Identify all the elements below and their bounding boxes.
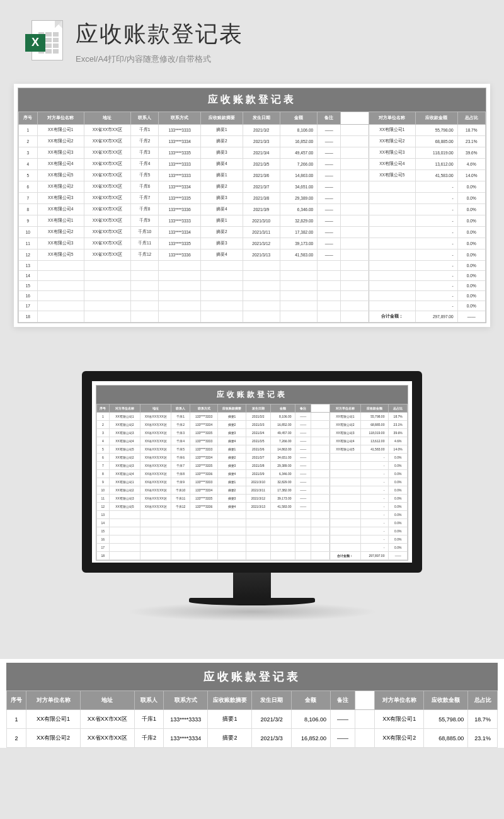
table-row: 1XX有限公司1XX省XX市XX区千库1133****3333摘要12021/3…	[97, 413, 408, 421]
table-row: 17-0.0%	[97, 544, 408, 552]
table-row: 13-0.0%	[19, 261, 486, 271]
spreadsheet-table: 序号对方单位名称地址联系人联系方式应收账款摘要发生日期金额备注对方单位名称应收款…	[18, 112, 486, 323]
table-row: 10XX有限公司2XX省XX市XX区千库10133****3334摘要22021…	[97, 486, 408, 495]
table-row: 6XX有限公司2XX省XX市XX区千库6133****3334摘要22021/3…	[97, 454, 408, 462]
table-row: 12XX有限公司5XX省XX市XX区千库12133****3336摘要42021…	[19, 249, 486, 261]
table-row: 11XX有限公司3XX省XX市XX区千库11133****3335摘要32021…	[97, 495, 408, 503]
table-row: 11XX有限公司3XX省XX市XX区千库11133****3335摘要32021…	[19, 238, 486, 249]
table-row: 8XX有限公司4XX省XX市XX区千库8133****3336摘要42021/3…	[97, 470, 408, 478]
table-row: 17-0.0%	[19, 301, 486, 311]
x-badge: X	[25, 34, 45, 52]
col-header: 地址	[80, 691, 134, 710]
col-header: 对方单位名称	[37, 112, 84, 125]
monitor-sheet-title: 应收账款登记表	[96, 386, 408, 404]
table-row: 9XX有限公司1XX省XX市XX区千库9133****3333摘要12021/3…	[97, 478, 408, 486]
table-row: 2XX有限公司2XX省XX市XX区千库2133****3334摘要22021/3…	[97, 421, 408, 429]
col-header: 金额	[291, 691, 330, 710]
monitor-table: 序号对方单位名称地址联系人联系方式应收账款摘要发生日期金额备注对方单位名称应收款…	[96, 404, 408, 560]
col-header: 地址	[140, 404, 171, 413]
table-row: 10XX有限公司2XX省XX市XX区千库10133****3334摘要22021…	[19, 227, 486, 238]
col-header: 联系人	[171, 404, 190, 413]
col-header: 联系方式	[159, 112, 201, 125]
page-header: X 应收账款登记表 Excel/A4打印/内容随意修改/自带格式	[0, 0, 504, 77]
col-header: 发生日期	[246, 404, 270, 413]
col-header: 联系人	[134, 691, 164, 710]
col-header: 应收账款摘要	[218, 404, 246, 413]
col-header: 应收款金额	[424, 691, 468, 710]
template-preview: 应收账款登记表 序号对方单位名称地址联系人联系方式应收账款摘要发生日期金额备注对…	[14, 84, 490, 327]
col-header: 备注	[318, 112, 341, 125]
table-row: 2XX有限公司2XX省XX市XX区千库2133****3334摘要22021/3…	[19, 136, 486, 147]
col-header: 应收账款摘要	[208, 691, 252, 710]
table-row: 13-0.0%	[97, 511, 408, 519]
page-subtitle: Excel/A4打印/内容随意修改/自带格式	[76, 54, 243, 65]
table-row: 8XX有限公司4XX省XX市XX区千库8133****3336摘要42021/3…	[19, 204, 486, 215]
table-row: 1XX有限公司1XX省XX市XX区千库1133****3333摘要12021/3…	[7, 710, 498, 729]
footer-row: 18合计金额：297,897.00——	[19, 311, 486, 323]
col-header: 序号	[7, 691, 26, 710]
table-row: 3XX有限公司3XX省XX市XX区千库3133****3335摘要32021/3…	[19, 147, 486, 159]
table-row: 12XX有限公司5XX省XX市XX区千库12133****3336摘要42021…	[97, 503, 408, 511]
col-header: 金额	[271, 404, 295, 413]
col-header: 联系人	[130, 112, 158, 125]
table-row: 6XX有限公司2XX省XX市XX区千库6133****3334摘要22021/3…	[19, 181, 486, 193]
strip-table: 序号对方单位名称地址联系人联系方式应收账款摘要发生日期金额备注对方单位名称应收款…	[6, 690, 498, 748]
col-header: 应收账款摘要	[200, 112, 243, 125]
table-row: 7XX有限公司3XX省XX市XX区千库7133****3335摘要32021/3…	[97, 462, 408, 470]
table-row: 14-0.0%	[19, 271, 486, 281]
excel-file-icon: X	[25, 20, 63, 64]
bottom-closeup: 应收账款登记表 序号对方单位名称地址联系人联系方式应收账款摘要发生日期金额备注对…	[0, 659, 504, 748]
col-header: 总占比	[468, 691, 498, 710]
col-header: 联系方式	[164, 691, 208, 710]
table-row: 2XX有限公司2XX省XX市XX区千库2133****3334摘要22021/3…	[7, 729, 498, 748]
table-row: 7XX有限公司3XX省XX市XX区千库7133****3335摘要32021/3…	[19, 193, 486, 204]
col-header: 金额	[280, 112, 317, 125]
col-header: 应收款金额	[361, 404, 389, 413]
col-header: 发生日期	[243, 112, 280, 125]
table-row: 15-0.0%	[19, 281, 486, 291]
table-row: 5XX有限公司5XX省XX市XX区千库5133****3333摘要12021/3…	[97, 445, 408, 454]
col-header: 地址	[84, 112, 130, 125]
table-row: 16-0.0%	[97, 536, 408, 544]
table-row: 16-0.0%	[19, 291, 486, 301]
col-header: 序号	[97, 404, 110, 413]
col-header: 对方单位名称	[26, 691, 81, 710]
table-row: 4XX有限公司4XX省XX市XX区千库4133****3333摘要42021/3…	[19, 159, 486, 170]
col-header: 总占比	[457, 112, 485, 125]
col-header: 对方单位名称	[369, 112, 415, 125]
col-header: 备注	[295, 404, 311, 413]
col-header: 总占比	[389, 404, 408, 413]
strip-title: 应收账款登记表	[6, 663, 498, 690]
table-row: 9XX有限公司1XX省XX市XX区千库9133****3333摘要12021/3…	[19, 215, 486, 227]
col-header: 发生日期	[252, 691, 291, 710]
col-header: 对方单位名称	[109, 404, 140, 413]
monitor-mockup: 应收账款登记表 序号对方单位名称地址联系人联系方式应收账款摘要发生日期金额备注对…	[0, 346, 504, 659]
col-header: 联系方式	[190, 404, 217, 413]
sheet-title: 应收账款登记表	[18, 88, 486, 112]
table-row: 1XX有限公司1XX省XX市XX区千库1133****3333摘要12021/3…	[19, 125, 486, 136]
table-row: 15-0.0%	[97, 527, 408, 536]
table-row: 4XX有限公司4XX省XX市XX区千库4133****3333摘要42021/3…	[97, 437, 408, 445]
col-header: 序号	[19, 112, 38, 125]
col-header: 对方单位名称	[329, 404, 360, 413]
header-row: 序号对方单位名称地址联系人联系方式应收账款摘要发生日期金额备注对方单位名称应收款…	[19, 112, 486, 125]
col-header: 对方单位名称	[375, 691, 424, 710]
col-header: 应收款金额	[415, 112, 457, 125]
table-row: 3XX有限公司3XX省XX市XX区千库3133****3335摘要32021/3…	[97, 429, 408, 437]
page-title: 应收账款登记表	[76, 19, 243, 50]
footer-row: 18合计金额：297,897.00——	[97, 552, 408, 560]
col-header: 备注	[331, 691, 355, 710]
table-row: 5XX有限公司5XX省XX市XX区千库5133****3333摘要12021/3…	[19, 170, 486, 181]
table-row: 14-0.0%	[97, 519, 408, 527]
